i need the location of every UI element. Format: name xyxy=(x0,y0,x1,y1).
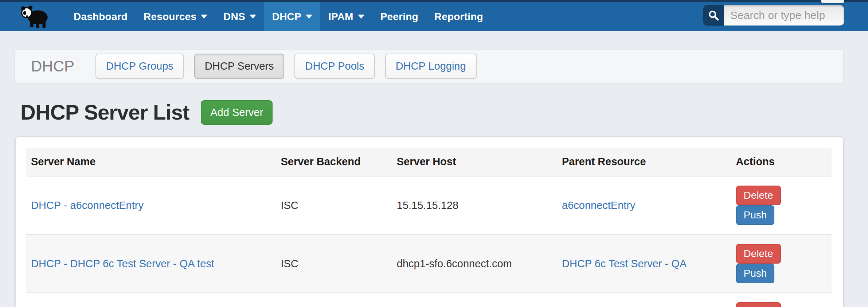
server-backend-cell: CPNR xyxy=(275,293,391,307)
main-nav: Dashboard Resources DNS DHCP IPAM Peerin… xyxy=(66,2,491,31)
chevron-down-icon xyxy=(358,15,364,19)
nav-item-dhcp[interactable]: DHCP xyxy=(264,2,320,31)
tab-dhcp-pools[interactable]: DHCP Pools xyxy=(294,54,375,79)
col-header-server-backend: Server Backend xyxy=(275,148,391,176)
nav-item-dashboard[interactable]: Dashboard xyxy=(66,2,136,31)
panda-icon xyxy=(20,5,52,29)
table-header-row: Server Name Server Backend Server Host P… xyxy=(26,148,832,176)
nav-label: Resources xyxy=(144,11,196,23)
nav-label: DHCP xyxy=(272,11,301,23)
table-row: Test Server Test CPNR 4.5.6.7 TLR Delete… xyxy=(26,293,832,307)
search-input[interactable] xyxy=(724,5,844,26)
section-label: DHCP xyxy=(31,58,74,75)
search-icon xyxy=(708,9,719,21)
global-search xyxy=(703,5,844,26)
server-name-link[interactable]: DHCP - a6connectEntry xyxy=(31,199,144,211)
nav-item-resources[interactable]: Resources xyxy=(136,2,215,31)
tab-dhcp-logging[interactable]: DHCP Logging xyxy=(385,54,477,79)
nav-label: IPAM xyxy=(328,11,353,23)
server-table: Server Name Server Backend Server Host P… xyxy=(26,148,832,307)
server-name-link[interactable]: DHCP - DHCP 6c Test Server - QA test xyxy=(31,258,214,269)
heading-row: DHCP Server List Add Server xyxy=(20,100,844,125)
col-header-parent-resource: Parent Resource xyxy=(557,148,731,176)
nav-item-peering[interactable]: Peering xyxy=(372,2,426,31)
nav-item-reporting[interactable]: Reporting xyxy=(426,2,491,31)
actions-cell: Delete Push xyxy=(731,176,832,234)
table-row: DHCP - a6connectEntry ISC 15.15.15.128 a… xyxy=(26,176,832,234)
server-backend-cell: ISC xyxy=(275,176,391,234)
delete-button[interactable]: Delete xyxy=(736,186,781,205)
scrollbar-thumb[interactable] xyxy=(821,0,844,3)
nav-item-ipam[interactable]: IPAM xyxy=(320,2,372,31)
tab-dhcp-servers[interactable]: DHCP Servers xyxy=(194,54,285,79)
server-host-cell: dhcp1-sfo.6connect.com xyxy=(392,234,557,293)
parent-resource-link[interactable]: a6connectEntry xyxy=(562,199,636,211)
nav-label: Peering xyxy=(380,11,418,23)
chevron-down-icon xyxy=(306,15,312,19)
nav-label: Reporting xyxy=(434,11,483,23)
delete-button[interactable]: Delete xyxy=(736,244,781,264)
chevron-down-icon xyxy=(250,15,256,19)
push-button[interactable]: Push xyxy=(736,264,775,283)
top-navbar: Dashboard Resources DNS DHCP IPAM Peerin… xyxy=(0,0,868,31)
tab-dhcp-groups[interactable]: DHCP Groups xyxy=(95,54,184,79)
add-server-button[interactable]: Add Server xyxy=(201,100,273,125)
actions-cell: Delete Push xyxy=(731,293,832,307)
delete-button[interactable]: Delete xyxy=(736,302,781,307)
col-header-server-name: Server Name xyxy=(26,148,275,176)
search-button[interactable] xyxy=(703,5,724,26)
push-button[interactable]: Push xyxy=(736,205,775,225)
actions-cell: Delete Push xyxy=(731,234,832,293)
dhcp-section-bar: DHCP DHCP Groups DHCP Servers DHCP Pools… xyxy=(14,49,844,83)
nav-label: DNS xyxy=(223,11,245,23)
chevron-down-icon xyxy=(201,15,207,19)
table-row: DHCP - DHCP 6c Test Server - QA test ISC… xyxy=(26,234,832,293)
col-header-actions: Actions xyxy=(731,148,832,176)
nav-label: Dashboard xyxy=(74,11,128,23)
server-host-cell: 15.15.15.128 xyxy=(392,176,557,234)
col-header-server-host: Server Host xyxy=(392,148,557,176)
server-host-cell: 4.5.6.7 xyxy=(392,293,557,307)
nav-item-dns[interactable]: DNS xyxy=(215,2,264,31)
page-title: DHCP Server List xyxy=(20,100,189,125)
provision-panda-logo[interactable] xyxy=(20,2,52,31)
server-list-card: Server Name Server Backend Server Host P… xyxy=(15,136,844,307)
server-backend-cell: ISC xyxy=(275,234,391,293)
parent-resource-link[interactable]: DHCP 6c Test Server - QA xyxy=(562,258,687,269)
dhcp-server-list-page: { "topbar": { "nav": [ {"label": "Dashbo… xyxy=(0,0,868,307)
